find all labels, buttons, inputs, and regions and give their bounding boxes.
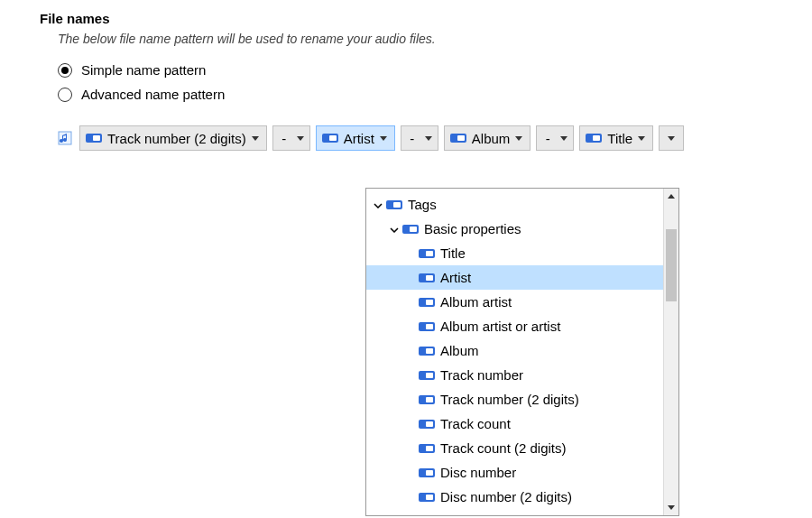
scroll-down-button[interactable] [664,500,678,515]
tag-icon [419,395,435,404]
tree-item-label: Tags [408,197,437,212]
tree-item-label: Disc number [440,465,516,480]
tree-item[interactable]: Track count (2 digits) [366,436,678,460]
token-label: Track number (2 digits) [107,131,246,146]
tree-item-label: Album artist or artist [440,319,560,334]
tag-icon [586,134,602,143]
section-title: File names [40,11,812,26]
tree-item-label: Track count (2 digits) [440,440,567,456]
tree-node-basic-properties[interactable]: Basic properties [366,217,678,241]
tree-item[interactable]: Track number (2 digits) [366,387,678,412]
radio-icon [58,63,72,78]
token-label: Title [607,131,632,146]
separator-dropdown[interactable]: - [401,125,438,151]
token-artist[interactable]: Artist [316,125,395,151]
tree-item[interactable]: Disc number [366,460,678,485]
tree-item-label: Track number [440,367,523,383]
tree-item-label: Album [440,343,479,358]
tag-icon [419,273,435,282]
token-label: Album [472,131,511,146]
tag-icon [322,134,338,143]
chevron-down-icon[interactable] [388,224,401,235]
tag-icon [419,493,435,502]
separator-text: - [281,131,288,146]
tree-item[interactable]: Album [366,338,678,363]
scroll-track[interactable] [664,204,678,500]
tree-item-label: Basic properties [424,221,521,236]
caret-down-icon [425,136,432,141]
tree-item[interactable]: Album artist or artist [366,314,678,338]
token-title[interactable]: Title [579,125,653,151]
token-track-number-2digits[interactable]: Track number (2 digits) [79,125,267,151]
caret-down-icon [252,136,259,141]
tag-icon [419,322,435,331]
caret-down-icon [560,136,567,141]
separator-text: - [409,131,416,146]
tag-icon [419,249,435,258]
radio-advanced-pattern[interactable]: Advanced name pattern [58,87,812,102]
tag-tree: TagsBasic propertiesTitleArtistAlbum art… [366,189,678,515]
token-album[interactable]: Album [444,125,531,151]
tree-item[interactable]: Album artist [366,290,678,314]
radio-icon [58,88,72,102]
tree-item-label: Track number (2 digits) [440,392,579,407]
scroll-thumb[interactable] [666,229,677,301]
tag-icon [450,134,466,143]
scroll-up-button[interactable] [664,189,678,204]
radio-label: Advanced name pattern [81,87,225,102]
caret-down-icon [515,136,522,141]
add-token-button[interactable] [659,125,684,151]
tree-item-label: Track count [440,416,511,431]
tree-item[interactable]: Track count [366,412,678,436]
token-label: Artist [344,131,374,146]
tag-icon [419,298,435,307]
tree-item-label: Album artist [440,294,512,310]
tag-selector-dropdown: TagsBasic propertiesTitleArtistAlbum art… [365,188,679,516]
caret-down-icon [380,136,387,141]
tree-item[interactable]: Track number [366,363,678,387]
separator-text: - [544,131,551,146]
caret-down-icon [297,136,304,141]
tree-item[interactable]: Artist [366,265,678,290]
tag-icon [419,444,435,453]
tree-node-tags[interactable]: Tags [366,192,678,217]
chevron-down-icon[interactable] [372,199,384,210]
tag-icon [386,200,402,209]
pattern-bar: Track number (2 digits) - Artist - Album… [58,125,812,151]
radio-simple-pattern[interactable]: Simple name pattern [58,62,812,78]
separator-dropdown[interactable]: - [536,125,574,151]
music-note-icon [58,131,72,145]
scrollbar[interactable] [663,189,678,515]
separator-dropdown[interactable]: - [272,125,310,151]
tree-item-label: Artist [440,270,471,285]
tag-icon [419,468,435,477]
tag-icon [419,371,435,380]
tree-item-label: Title [440,245,466,261]
tag-icon [419,347,435,356]
tag-icon [402,225,419,234]
caret-down-icon [668,136,675,141]
tag-icon [86,134,102,143]
tree-item[interactable]: Disc number (2 digits) [366,485,678,509]
tag-icon [419,420,435,429]
tree-item[interactable]: Title [366,241,678,265]
section-description: The below file name pattern will be used… [58,32,812,46]
radio-label: Simple name pattern [81,62,206,78]
caret-down-icon [638,136,645,141]
tree-item-label: Disc number (2 digits) [440,489,572,504]
